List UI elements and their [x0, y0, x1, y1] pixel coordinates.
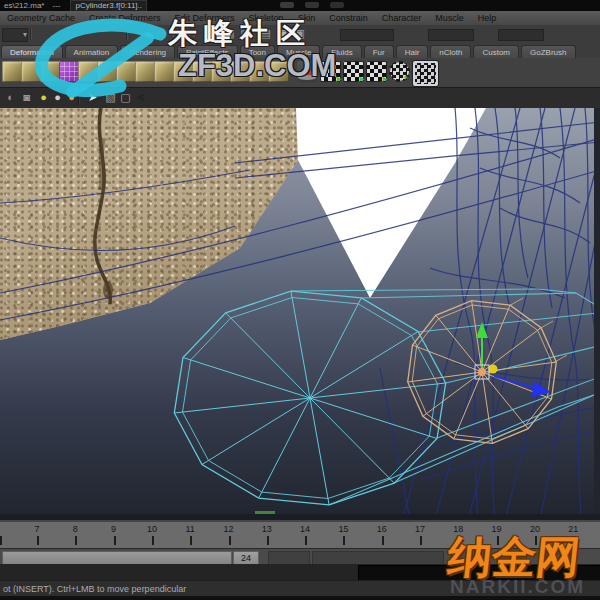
history-input-icon[interactable]: ▦ [222, 26, 237, 41]
maya-application-window: es\212.ma*---pCylinder3.f[0:11].. Geomet… [0, 0, 600, 600]
menu-skin[interactable]: Skin [291, 11, 323, 25]
timeline-frame-label: 17 [410, 524, 430, 534]
shelf-tab-bar: DeformationAnimationRenderingPaintEffect… [0, 43, 600, 58]
shelf-tab-ncloth[interactable]: nCloth [430, 45, 471, 59]
playback-end-field[interactable]: 24 [233, 551, 259, 565]
status-field-1[interactable] [340, 29, 394, 41]
time-slider[interactable]: 789101112131415161718192021 [0, 520, 600, 550]
title-bar: es\212.ma*---pCylinder3.f[0:11].. [0, 0, 600, 11]
timeline-tick [497, 536, 499, 545]
shelf-tool-icon-11[interactable] [192, 61, 213, 82]
shelf-tab-custom[interactable]: Custom [473, 45, 519, 59]
shelf-tool-icon-13[interactable] [230, 61, 251, 82]
shelf-paint-weights-icon-1[interactable] [320, 61, 341, 82]
menu-character[interactable]: Character [375, 11, 429, 25]
shelf-tool-icon-5[interactable] [78, 61, 99, 82]
menu-constrain[interactable]: Constrain [322, 11, 375, 25]
amber-light-dot-icon[interactable]: ● [64, 90, 79, 105]
shelf-lattice-icon[interactable] [59, 61, 80, 82]
shelf-muscle-cone-icon[interactable] [297, 61, 318, 82]
timeline-frame-label: 21 [563, 524, 583, 534]
shelf-tab-muscle[interactable]: Muscle [277, 45, 320, 59]
range-row-button[interactable] [312, 551, 444, 565]
shelf-tool-icon-6[interactable] [97, 61, 118, 82]
background-wireframe-lines [0, 108, 600, 520]
shelf-paint-weights-icon-2[interactable] [343, 61, 364, 82]
command-line-input[interactable] [358, 565, 600, 581]
render-current-frame-icon[interactable]: ▣ [276, 26, 291, 41]
cube-shaded-icon[interactable]: ▧ [103, 90, 118, 105]
select-cursor-icon[interactable]: ➤ [85, 90, 100, 105]
timeline-tick [305, 536, 307, 545]
timeline-frame-label: 18 [448, 524, 468, 534]
shelf-paint-weights-icon-3[interactable] [366, 61, 387, 82]
shelf-tool-icon-8[interactable] [135, 61, 156, 82]
shelf-tool-icon-7[interactable] [116, 61, 137, 82]
green-light-dot-icon[interactable]: ● [36, 90, 51, 105]
construction-history-icon[interactable]: ▤ [258, 26, 273, 41]
shelf-tool-icon-2[interactable] [21, 61, 42, 82]
timeline-frame-label: 11 [180, 524, 200, 534]
window-bottom-edge [0, 596, 600, 600]
snap-magnet-icon-3[interactable]: ∩ [168, 26, 183, 41]
shelf-tool-icon-14[interactable] [249, 61, 270, 82]
shelf-tab-painteffects[interactable]: PaintEffects [177, 45, 238, 59]
timeline-frame-label: 15 [333, 524, 353, 534]
shelf-tool-icon-9[interactable] [154, 61, 175, 82]
textured-icon[interactable]: ◙ [19, 90, 34, 105]
timeline-tick [535, 536, 537, 545]
ipr-render-icon[interactable]: ▣ [292, 26, 307, 41]
history-output-icon[interactable]: ▦ [238, 26, 253, 41]
pivot-dot [478, 368, 486, 376]
shelf-tool-icon-10[interactable] [173, 61, 194, 82]
shelf-tab-fluids[interactable]: Fluids [322, 45, 361, 59]
white-light-dot-icon[interactable]: ● [50, 90, 65, 105]
panel-toolbar: ◐◙●●●➤▧▢⋖ [0, 87, 600, 110]
menu-skeleton[interactable]: Skeleton [242, 11, 291, 25]
snap-magnet-icon-5[interactable]: ∩ [200, 26, 215, 41]
range-slider[interactable] [2, 551, 232, 565]
shelf-tab-animation[interactable]: Animation [65, 45, 119, 59]
range-row-button[interactable] [268, 551, 310, 565]
pcylinder-wireframe[interactable] [174, 291, 445, 505]
menu-help[interactable]: Help [471, 11, 504, 25]
shelf-tab-gozbrush[interactable]: GoZBrush [521, 45, 575, 59]
shelf-tool-icon-12[interactable] [211, 61, 232, 82]
menu-bar: Geometry CacheCreate DeformersEdit Defor… [0, 11, 600, 26]
status-field-3[interactable] [498, 29, 544, 41]
shelf-tab-fur[interactable]: Fur [364, 45, 394, 59]
lighting-icon[interactable]: ◐ [3, 90, 18, 105]
share-nodes-icon[interactable]: ⋖ [133, 90, 148, 105]
help-line: ot (INSERT). Ctrl+LMB to move perpendicu… [0, 580, 600, 596]
timeline-frame-label: 9 [104, 524, 124, 534]
status-field-2[interactable] [428, 29, 474, 41]
scene-file-name: es\212.ma* [0, 0, 48, 11]
shelf-tab-toon[interactable]: Toon [240, 45, 275, 59]
cube-wire-icon[interactable]: ▢ [118, 90, 133, 105]
timeline-tick [458, 536, 460, 545]
shelf-tool-icon-1[interactable] [2, 61, 23, 82]
shelf-tab-deformation[interactable]: Deformation [1, 45, 63, 59]
snap-magnet-icon-1[interactable]: ∩ [136, 26, 151, 41]
menu-geometry-cache[interactable]: Geometry Cache [0, 11, 82, 25]
shelf-tab-rendering[interactable]: Rendering [120, 45, 175, 59]
perspective-viewport[interactable] [0, 108, 600, 520]
snap-magnet-icon-2[interactable]: ∩ [152, 26, 167, 41]
viewport-right-border [594, 108, 600, 520]
title-separator: --- [48, 0, 64, 11]
menu-set-dropdown[interactable]: ▾ [2, 28, 28, 42]
timeline-frame-label: 20 [525, 524, 545, 534]
timeline-frame-label: 13 [257, 524, 277, 534]
snap-magnet-icon-4[interactable]: ∩ [184, 26, 199, 41]
timeline-tick [573, 536, 575, 545]
menu-edit-deformers[interactable]: Edit Deformers [168, 11, 242, 25]
shelf-paint-weights-round-icon[interactable] [389, 61, 410, 82]
timeline-frame-label: 12 [219, 524, 239, 534]
sand-crack [95, 108, 113, 304]
shelf-tool-icon-15[interactable] [268, 61, 289, 82]
menu-muscle[interactable]: Muscle [428, 11, 471, 25]
shelf-tab-hair[interactable]: Hair [396, 45, 429, 59]
menu-create-deformers[interactable]: Create Deformers [82, 11, 168, 25]
shelf-paint-weights-framed-icon[interactable] [413, 61, 438, 86]
shelf-tool-icon-3[interactable] [40, 61, 61, 82]
